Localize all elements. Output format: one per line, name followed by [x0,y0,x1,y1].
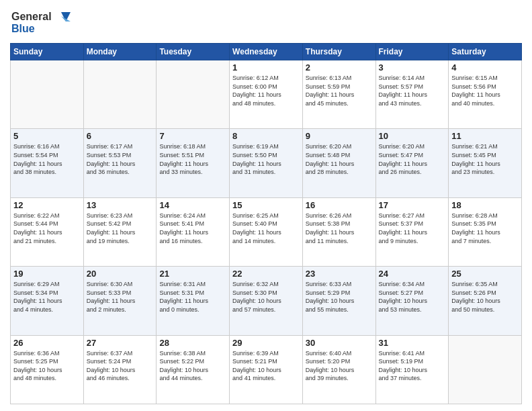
calendar-week-row: 19Sunrise: 6:29 AM Sunset: 5:34 PM Dayli… [11,267,522,335]
calendar-cell: 19Sunrise: 6:29 AM Sunset: 5:34 PM Dayli… [11,267,84,335]
day-info: Sunrise: 6:34 AM Sunset: 5:27 PM Dayligh… [379,280,446,314]
day-number: 19 [13,269,81,279]
calendar-cell: 18Sunrise: 6:28 AM Sunset: 5:35 PM Dayli… [449,197,522,266]
day-info: Sunrise: 6:36 AM Sunset: 5:25 PM Dayligh… [13,349,81,383]
day-number: 10 [379,131,446,141]
day-number: 27 [87,338,154,348]
weekday-header-cell: Wednesday [230,44,303,60]
calendar-cell: 27Sunrise: 6:37 AM Sunset: 5:24 PM Dayli… [83,335,157,404]
calendar-cell: 12Sunrise: 6:22 AM Sunset: 5:44 PM Dayli… [11,197,84,266]
day-info: Sunrise: 6:15 AM Sunset: 5:56 PM Dayligh… [451,74,519,107]
day-info: Sunrise: 6:17 AM Sunset: 5:53 PM Dayligh… [87,142,154,176]
day-number: 23 [306,269,373,279]
day-number: 28 [159,338,226,348]
day-number: 15 [232,200,300,210]
calendar-cell: 31Sunrise: 6:41 AM Sunset: 5:19 PM Dayli… [375,335,449,404]
day-info: Sunrise: 6:37 AM Sunset: 5:24 PM Dayligh… [87,349,154,383]
calendar-cell [11,60,84,129]
day-info: Sunrise: 6:20 AM Sunset: 5:48 PM Dayligh… [306,142,373,176]
logo-icon: General Blue [10,7,71,35]
day-info: Sunrise: 6:27 AM Sunset: 5:37 PM Dayligh… [379,212,446,245]
day-number: 11 [451,131,519,141]
calendar-cell: 3Sunrise: 6:14 AM Sunset: 5:57 PM Daylig… [375,60,449,129]
calendar-week-row: 26Sunrise: 6:36 AM Sunset: 5:25 PM Dayli… [11,335,522,404]
day-info: Sunrise: 6:33 AM Sunset: 5:29 PM Dayligh… [306,280,373,314]
calendar-week-row: 1Sunrise: 6:12 AM Sunset: 6:00 PM Daylig… [11,60,522,129]
day-info: Sunrise: 6:38 AM Sunset: 5:22 PM Dayligh… [159,349,226,383]
calendar-cell: 25Sunrise: 6:35 AM Sunset: 5:26 PM Dayli… [449,267,522,335]
day-number: 2 [306,62,373,73]
day-number: 29 [232,338,300,348]
calendar-cell: 16Sunrise: 6:26 AM Sunset: 5:38 PM Dayli… [302,197,375,266]
header: General Blue [10,7,522,38]
calendar-cell: 9Sunrise: 6:20 AM Sunset: 5:48 PM Daylig… [302,129,375,197]
day-number: 31 [379,338,446,348]
day-number: 25 [451,269,519,279]
calendar-cell: 23Sunrise: 6:33 AM Sunset: 5:29 PM Dayli… [302,267,375,335]
weekday-header-cell: Saturday [449,44,522,60]
day-info: Sunrise: 6:35 AM Sunset: 5:26 PM Dayligh… [451,280,519,314]
day-number: 13 [87,200,154,210]
day-number: 16 [306,200,373,210]
day-info: Sunrise: 6:24 AM Sunset: 5:41 PM Dayligh… [159,212,226,245]
calendar-cell: 17Sunrise: 6:27 AM Sunset: 5:37 PM Dayli… [375,197,449,266]
calendar-cell: 15Sunrise: 6:25 AM Sunset: 5:40 PM Dayli… [230,197,303,266]
day-number: 9 [306,131,373,141]
calendar-cell: 13Sunrise: 6:23 AM Sunset: 5:42 PM Dayli… [83,197,157,266]
day-info: Sunrise: 6:41 AM Sunset: 5:19 PM Dayligh… [379,349,446,383]
day-info: Sunrise: 6:12 AM Sunset: 6:00 PM Dayligh… [232,74,300,107]
calendar-cell: 2Sunrise: 6:13 AM Sunset: 5:59 PM Daylig… [302,60,375,129]
calendar-cell: 24Sunrise: 6:34 AM Sunset: 5:27 PM Dayli… [375,267,449,335]
weekday-header-cell: Monday [83,44,157,60]
calendar-week-row: 12Sunrise: 6:22 AM Sunset: 5:44 PM Dayli… [11,197,522,266]
day-info: Sunrise: 6:13 AM Sunset: 5:59 PM Dayligh… [306,74,373,107]
calendar-cell: 20Sunrise: 6:30 AM Sunset: 5:33 PM Dayli… [83,267,157,335]
weekday-header-cell: Tuesday [157,44,230,60]
day-number: 12 [13,200,81,210]
day-info: Sunrise: 6:26 AM Sunset: 5:38 PM Dayligh… [306,212,373,245]
calendar-cell: 4Sunrise: 6:15 AM Sunset: 5:56 PM Daylig… [449,60,522,129]
logo: General Blue [10,7,71,38]
day-info: Sunrise: 6:20 AM Sunset: 5:47 PM Dayligh… [379,142,446,176]
day-number: 6 [87,131,154,141]
day-number: 21 [159,269,226,279]
calendar-cell: 21Sunrise: 6:31 AM Sunset: 5:31 PM Dayli… [157,267,230,335]
calendar-week-row: 5Sunrise: 6:16 AM Sunset: 5:54 PM Daylig… [11,129,522,197]
weekday-header-cell: Thursday [302,44,375,60]
calendar-cell: 6Sunrise: 6:17 AM Sunset: 5:53 PM Daylig… [83,129,157,197]
day-number: 30 [306,338,373,348]
day-info: Sunrise: 6:25 AM Sunset: 5:40 PM Dayligh… [232,212,300,245]
calendar-cell [449,335,522,404]
calendar-cell: 5Sunrise: 6:16 AM Sunset: 5:54 PM Daylig… [11,129,84,197]
weekday-header-row: SundayMondayTuesdayWednesdayThursdayFrid… [11,44,522,60]
day-number: 7 [159,131,226,141]
weekday-header-cell: Friday [375,44,449,60]
page: General Blue SundayMondayTuesdayWednesda… [0,0,532,411]
day-number: 5 [13,131,81,141]
calendar-cell: 14Sunrise: 6:24 AM Sunset: 5:41 PM Dayli… [157,197,230,266]
day-number: 1 [232,62,300,73]
calendar-cell: 8Sunrise: 6:19 AM Sunset: 5:50 PM Daylig… [230,129,303,197]
day-info: Sunrise: 6:31 AM Sunset: 5:31 PM Dayligh… [159,280,226,314]
calendar-cell: 1Sunrise: 6:12 AM Sunset: 6:00 PM Daylig… [230,60,303,129]
day-number: 22 [232,269,300,279]
day-info: Sunrise: 6:19 AM Sunset: 5:50 PM Dayligh… [232,142,300,176]
day-info: Sunrise: 6:39 AM Sunset: 5:21 PM Dayligh… [232,349,300,383]
day-info: Sunrise: 6:23 AM Sunset: 5:42 PM Dayligh… [87,212,154,245]
calendar-cell: 26Sunrise: 6:36 AM Sunset: 5:25 PM Dayli… [11,335,84,404]
day-number: 26 [13,338,81,348]
day-number: 20 [87,269,154,279]
calendar-table: SundayMondayTuesdayWednesdayThursdayFrid… [10,43,522,404]
day-info: Sunrise: 6:40 AM Sunset: 5:20 PM Dayligh… [306,349,373,383]
day-info: Sunrise: 6:21 AM Sunset: 5:45 PM Dayligh… [451,142,519,176]
day-number: 4 [451,62,519,73]
calendar-cell: 28Sunrise: 6:38 AM Sunset: 5:22 PM Dayli… [157,335,230,404]
calendar-cell: 30Sunrise: 6:40 AM Sunset: 5:20 PM Dayli… [302,335,375,404]
day-info: Sunrise: 6:28 AM Sunset: 5:35 PM Dayligh… [451,212,519,245]
calendar-cell: 10Sunrise: 6:20 AM Sunset: 5:47 PM Dayli… [375,129,449,197]
calendar-cell [83,60,157,129]
calendar-body: 1Sunrise: 6:12 AM Sunset: 6:00 PM Daylig… [11,60,522,404]
day-number: 14 [159,200,226,210]
weekday-header-cell: Sunday [11,44,84,60]
calendar-cell [157,60,230,129]
